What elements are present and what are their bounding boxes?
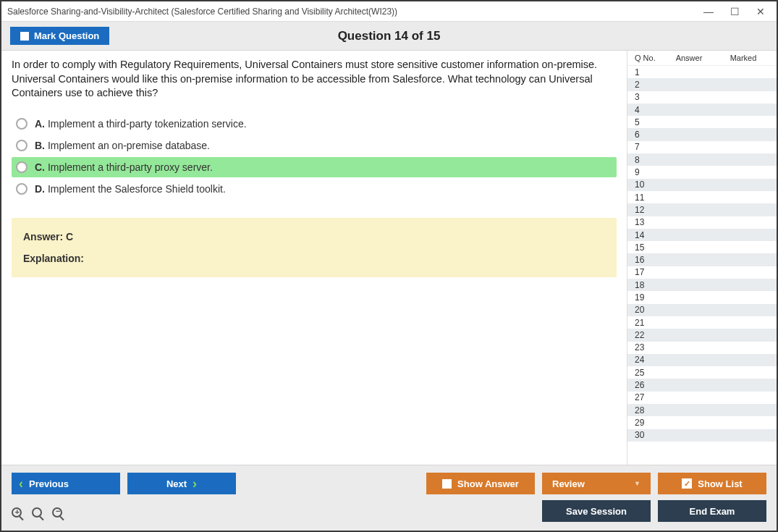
question-list-row[interactable]: 29: [627, 416, 777, 428]
question-list-row[interactable]: 12: [627, 203, 777, 216]
question-list-row[interactable]: 27: [627, 392, 777, 404]
show-answer-label: Show Answer: [457, 478, 519, 489]
answer-label: Answer: C: [23, 231, 605, 242]
radio-icon: [16, 161, 28, 173]
row-qno: 15: [635, 242, 664, 253]
option-c[interactable]: C. Implement a third-party proxy server.: [12, 157, 617, 177]
question-list-row[interactable]: 4: [627, 104, 777, 116]
question-list-row[interactable]: 30: [627, 429, 777, 442]
question-list-row[interactable]: 8: [627, 153, 777, 166]
row-qno: 20: [635, 305, 664, 315]
show-list-label: Show List: [698, 478, 742, 489]
question-area: In order to comply with Regulatory Requi…: [1, 51, 627, 205]
save-session-label: Save Session: [566, 506, 627, 517]
question-list-row[interactable]: 23: [627, 342, 777, 354]
question-text: In order to comply with Regulatory Requi…: [12, 58, 617, 101]
main-column: In order to comply with Regulatory Requi…: [1, 51, 627, 465]
option-text: A. Implement a third-party tokenization …: [35, 118, 247, 130]
mark-question-button[interactable]: Mark Question: [10, 27, 109, 45]
footer: Previous Next Show Answer Review ▼ ✓ Sho…: [1, 465, 777, 531]
row-qno: 23: [635, 342, 664, 352]
close-icon[interactable]: ✕: [755, 6, 766, 17]
question-list-row[interactable]: 16: [627, 253, 777, 266]
row-qno: 6: [635, 130, 664, 140]
question-list-row[interactable]: 9: [627, 166, 777, 178]
row-qno: 22: [635, 330, 664, 340]
save-session-button[interactable]: Save Session: [542, 500, 651, 522]
option-text: B. Implement an on-premise database.: [35, 140, 210, 151]
review-label: Review: [552, 478, 585, 489]
question-list-row[interactable]: 15: [627, 241, 777, 253]
question-list-row[interactable]: 10: [627, 179, 777, 191]
zoom-reset-icon[interactable]: [32, 507, 46, 522]
previous-label: Previous: [29, 478, 69, 489]
row-qno: 24: [635, 355, 664, 365]
row-qno: 14: [635, 230, 664, 240]
question-list-header: Q No. Answer Marked: [627, 51, 777, 66]
question-list-row[interactable]: 2: [627, 78, 777, 90]
row-qno: 28: [635, 405, 664, 415]
question-list-row[interactable]: 24: [627, 354, 777, 366]
question-list-row[interactable]: 3: [627, 91, 777, 104]
question-list-row[interactable]: 22: [627, 329, 777, 341]
row-qno: 4: [635, 105, 664, 115]
row-qno: 27: [635, 392, 664, 402]
zoom-in-icon[interactable]: [12, 507, 26, 522]
question-list-row[interactable]: 19: [627, 291, 777, 303]
next-button[interactable]: Next: [127, 473, 236, 494]
header-answer: Answer: [664, 54, 714, 62]
question-list-row[interactable]: 17: [627, 266, 777, 279]
question-list-row[interactable]: 28: [627, 404, 777, 416]
header-qno: Q No.: [635, 54, 664, 62]
show-list-button[interactable]: ✓ Show List: [658, 473, 766, 494]
question-list-row[interactable]: 11: [627, 191, 777, 203]
zoom-out-icon[interactable]: [52, 507, 67, 522]
chevron-left-icon: [19, 476, 23, 491]
checkbox-checked-icon: ✓: [682, 478, 692, 489]
titlebar: Salesforce Sharing-and-Visibility-Archit…: [1, 1, 777, 22]
question-list-row[interactable]: 21: [627, 316, 777, 329]
question-list-row[interactable]: 6: [627, 128, 777, 140]
question-list-row[interactable]: 14: [627, 229, 777, 241]
chevron-right-icon: [193, 476, 197, 491]
radio-icon: [16, 118, 28, 130]
row-qno: 1: [635, 67, 664, 77]
option-d[interactable]: D. Implement the Salesforce Shield toolk…: [12, 179, 617, 199]
window-controls: — ☐ ✕: [703, 6, 771, 17]
question-list-row[interactable]: 18: [627, 279, 777, 291]
zoom-controls: [12, 507, 67, 522]
review-button[interactable]: Review ▼: [542, 473, 651, 494]
row-qno: 8: [635, 155, 664, 165]
row-qno: 7: [635, 142, 664, 152]
question-list-row[interactable]: 1: [627, 66, 777, 78]
option-a[interactable]: A. Implement a third-party tokenization …: [12, 114, 617, 134]
question-list-row[interactable]: 13: [627, 216, 777, 229]
explanation-label: Explanation:: [23, 253, 605, 264]
window-title: Salesforce Sharing-and-Visibility-Archit…: [7, 7, 703, 17]
question-counter: Question 14 of 15: [1, 29, 777, 43]
question-list-row[interactable]: 25: [627, 366, 777, 379]
maximize-icon[interactable]: ☐: [729, 6, 740, 17]
end-exam-label: End Exam: [690, 506, 735, 517]
show-answer-button[interactable]: Show Answer: [426, 473, 535, 494]
minimize-icon[interactable]: —: [703, 6, 714, 17]
row-qno: 10: [635, 180, 664, 190]
question-list[interactable]: 1234567891011121314151617181920212223242…: [627, 66, 777, 465]
row-qno: 25: [635, 368, 664, 378]
button-row-2: Save Session End Exam: [12, 500, 766, 522]
next-label: Next: [166, 478, 187, 489]
option-b[interactable]: B. Implement an on-premise database.: [12, 135, 617, 156]
answer-box: Answer: C Explanation:: [12, 218, 617, 277]
button-row-1: Previous Next Show Answer Review ▼ ✓ Sho…: [12, 473, 766, 494]
question-list-row[interactable]: 26: [627, 379, 777, 391]
row-qno: 21: [635, 318, 664, 328]
row-qno: 18: [635, 280, 664, 290]
row-qno: 17: [635, 267, 664, 277]
question-list-row[interactable]: 20: [627, 304, 777, 316]
question-list-row[interactable]: 7: [627, 141, 777, 153]
question-list-row[interactable]: 5: [627, 116, 777, 128]
row-qno: 5: [635, 117, 664, 127]
chevron-down-icon: ▼: [634, 480, 640, 487]
end-exam-button[interactable]: End Exam: [658, 500, 766, 522]
previous-button[interactable]: Previous: [12, 473, 120, 494]
